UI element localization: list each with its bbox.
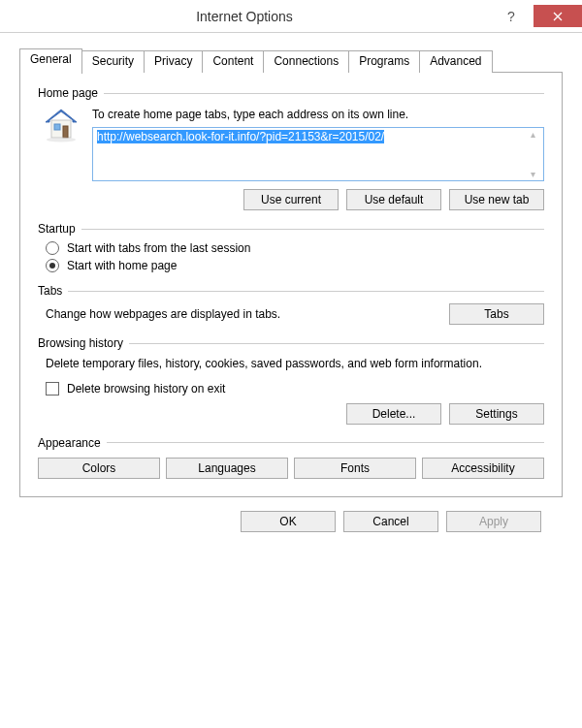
- group-browsing-history: Browsing history Delete temporary files,…: [38, 336, 544, 425]
- radio-start-home-page[interactable]: Start with home page: [46, 259, 544, 272]
- window-title: Internet Options: [0, 9, 489, 24]
- dialog-footer: OK Cancel Apply: [19, 497, 563, 532]
- checkbox-label: Delete browsing history on exit: [67, 382, 225, 396]
- startup-label: Startup: [38, 222, 76, 236]
- help-button[interactable]: ?: [489, 5, 534, 27]
- group-appearance: Appearance Colors Languages Fonts Access…: [38, 436, 544, 479]
- use-default-button[interactable]: Use default: [346, 189, 441, 210]
- group-startup: Startup Start with tabs from the last se…: [38, 222, 544, 272]
- radio-icon: [46, 259, 59, 272]
- divider: [107, 442, 544, 443]
- history-text: Delete temporary files, history, cookies…: [46, 356, 544, 372]
- tab-content[interactable]: Content: [202, 50, 264, 73]
- radio-label: Start with home page: [67, 259, 177, 272]
- tab-panel-general: Home page To create home page tabs, type…: [19, 73, 563, 497]
- cancel-button[interactable]: Cancel: [343, 511, 438, 532]
- tab-advanced[interactable]: Advanced: [419, 50, 492, 73]
- checkbox-icon: [46, 382, 59, 396]
- tab-connections[interactable]: Connections: [263, 50, 349, 73]
- appearance-label: Appearance: [38, 436, 101, 450]
- history-label: Browsing history: [38, 336, 123, 350]
- tab-security[interactable]: Security: [81, 50, 145, 73]
- use-new-tab-button[interactable]: Use new tab: [449, 189, 544, 210]
- delete-button[interactable]: Delete...: [346, 403, 441, 425]
- tab-strip: General Security Privacy Content Connect…: [19, 48, 563, 73]
- tab-general[interactable]: General: [19, 48, 82, 74]
- tabs-button[interactable]: Tabs: [449, 303, 544, 325]
- tab-privacy[interactable]: Privacy: [144, 50, 203, 73]
- group-tabs: Tabs Change how webpages are displayed i…: [38, 284, 544, 325]
- tab-programs[interactable]: Programs: [348, 50, 420, 73]
- radio-icon: [46, 241, 59, 255]
- homepage-instruction: To create home page tabs, type each addr…: [92, 108, 544, 121]
- divider: [68, 291, 544, 292]
- use-current-button[interactable]: Use current: [243, 189, 339, 210]
- homepage-url-input[interactable]: http://websearch.look-for-it.info/?pid=2…: [92, 127, 544, 181]
- close-button[interactable]: [534, 5, 582, 27]
- textarea-scroll[interactable]: ▴▾: [531, 129, 542, 179]
- fonts-button[interactable]: Fonts: [294, 458, 416, 479]
- radio-label: Start with tabs from the last session: [67, 241, 250, 255]
- settings-button[interactable]: Settings: [449, 403, 544, 425]
- tabs-label: Tabs: [38, 284, 62, 298]
- ok-button[interactable]: OK: [241, 511, 336, 532]
- radio-start-last-session[interactable]: Start with tabs from the last session: [46, 241, 544, 255]
- group-homepage: Home page To create home page tabs, type…: [38, 86, 544, 210]
- languages-button[interactable]: Languages: [166, 458, 288, 479]
- accessibility-button[interactable]: Accessibility: [422, 458, 544, 479]
- tabs-text: Change how webpages are displayed in tab…: [46, 307, 434, 321]
- colors-button[interactable]: Colors: [38, 458, 160, 479]
- homepage-label: Home page: [38, 86, 98, 100]
- home-icon: [42, 106, 81, 144]
- title-bar: Internet Options ?: [0, 0, 582, 33]
- divider: [129, 343, 544, 344]
- divider: [81, 229, 544, 230]
- svg-point-6: [47, 138, 76, 142]
- apply-button[interactable]: Apply: [446, 511, 541, 532]
- svg-rect-4: [54, 124, 60, 130]
- divider: [104, 93, 544, 94]
- svg-rect-5: [63, 126, 68, 138]
- delete-on-exit-checkbox[interactable]: Delete browsing history on exit: [46, 382, 544, 396]
